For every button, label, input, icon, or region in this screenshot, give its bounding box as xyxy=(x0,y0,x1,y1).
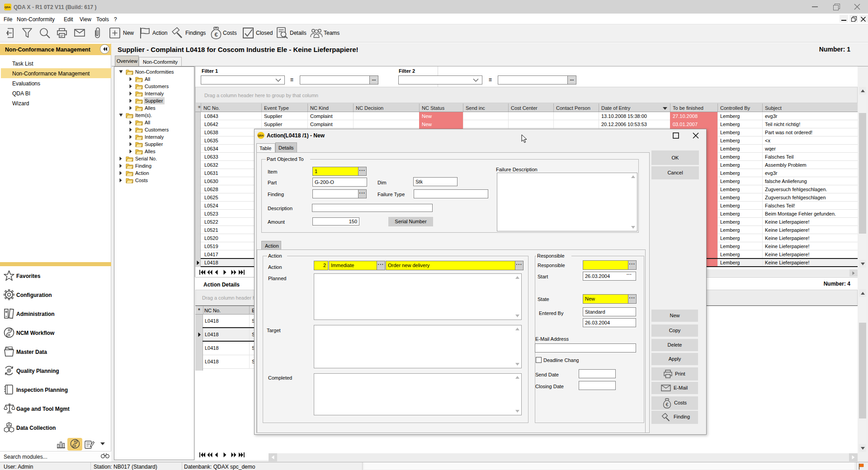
svg-text:€: € xyxy=(666,402,669,407)
svg-text:€: € xyxy=(214,31,217,38)
